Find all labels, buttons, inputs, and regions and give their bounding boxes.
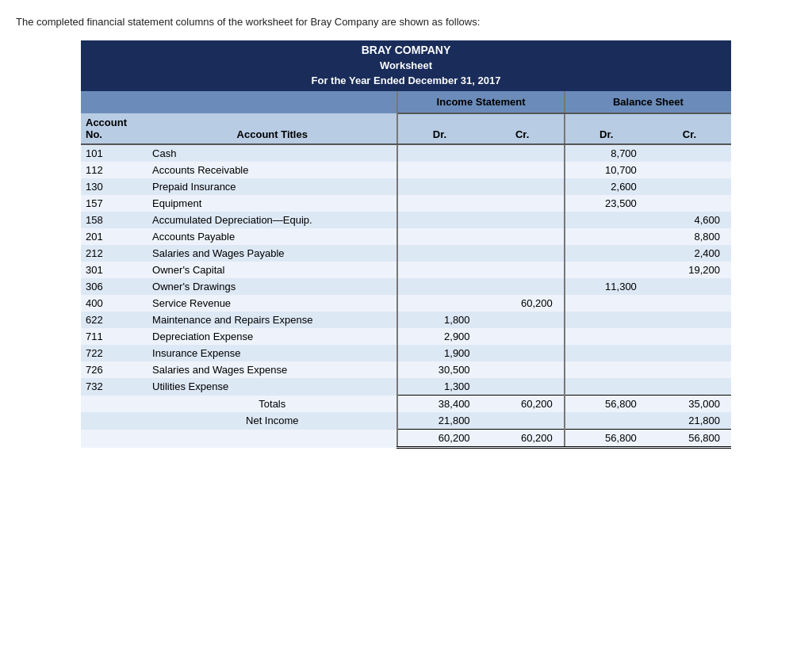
table-row: 301 Owner's Capital 19,200 [81, 262, 731, 278]
is-cr-value [481, 328, 565, 345]
bs-dr-value [565, 228, 648, 245]
ni-bs-dr [565, 412, 648, 430]
is-cr-value [481, 262, 565, 278]
is-cr-header: Cr. [481, 113, 565, 144]
bs-dr-value [565, 245, 648, 262]
is-dr-value [397, 262, 481, 278]
table-row: 112 Accounts Receivable 10,700 [81, 162, 731, 178]
account-no: 301 [81, 262, 147, 278]
account-no: 101 [81, 144, 147, 162]
ni-empty-no [81, 412, 147, 430]
bs-cr-value: 2,400 [648, 245, 731, 262]
ni-bs-cr: 21,800 [648, 412, 731, 430]
is-dr-value [397, 178, 481, 195]
account-title: Owner's Capital [147, 262, 397, 278]
account-titles-header: Account Titles [147, 113, 397, 144]
is-dr-value [397, 278, 481, 295]
table-row: 130 Prepaid Insurance 2,600 [81, 178, 731, 195]
bs-cr-value [648, 278, 731, 295]
is-cr-value [481, 245, 565, 262]
account-title: Service Revenue [147, 295, 397, 312]
is-cr-value [481, 178, 565, 195]
bs-cr-value [648, 178, 731, 195]
account-no: 722 [81, 345, 147, 361]
bs-dr-value [565, 295, 648, 312]
is-cr-value [481, 162, 565, 178]
bs-dr-value [565, 312, 648, 328]
account-no: 201 [81, 228, 147, 245]
bs-dr-value [565, 361, 648, 378]
account-title: Cash [147, 144, 397, 162]
bs-dr-value: 11,300 [565, 278, 648, 295]
bs-dr-value [565, 212, 648, 228]
account-no: 732 [81, 378, 147, 396]
final-row: 60,200 60,200 56,800 56,800 [81, 430, 731, 448]
is-cr-value [481, 278, 565, 295]
table-row: 726 Salaries and Wages Expense 30,500 [81, 361, 731, 378]
table-row: 400 Service Revenue 60,200 [81, 295, 731, 312]
table-row: 711 Depreciation Expense 2,900 [81, 328, 731, 345]
is-cr-value [481, 228, 565, 245]
account-no-header: AccountNo. [81, 113, 147, 144]
account-title: Prepaid Insurance [147, 178, 397, 195]
bs-cr-value [648, 312, 731, 328]
account-title: Salaries and Wages Expense [147, 361, 397, 378]
bs-cr-value [648, 328, 731, 345]
account-no: 400 [81, 295, 147, 312]
table-row: 158 Accumulated Depreciation—Equip. 4,60… [81, 212, 731, 228]
account-no: 726 [81, 361, 147, 378]
totals-row: Totals 38,400 60,200 56,800 35,000 [81, 396, 731, 413]
account-no: 158 [81, 212, 147, 228]
totals-bs-cr: 35,000 [648, 396, 731, 413]
account-no: 157 [81, 195, 147, 212]
is-dr-value: 1,300 [397, 378, 481, 396]
is-dr-value [397, 245, 481, 262]
bs-cr-value: 8,800 [648, 228, 731, 245]
bs-cr-value [648, 361, 731, 378]
bs-dr-value [565, 328, 648, 345]
is-cr-value [481, 345, 565, 361]
bs-cr-value [648, 144, 731, 162]
bs-cr-value [648, 345, 731, 361]
company-name: BRAY COMPANY [81, 40, 731, 58]
bs-dr-value: 8,700 [565, 144, 648, 162]
final-bs-cr: 56,800 [648, 430, 731, 448]
account-no: 622 [81, 312, 147, 328]
bs-cr-value [648, 162, 731, 178]
account-title: Maintenance and Repairs Expense [147, 312, 397, 328]
is-cr-value: 60,200 [481, 295, 565, 312]
table-row: 157 Equipment 23,500 [81, 195, 731, 212]
bs-dr-value [565, 262, 648, 278]
is-cr-value [481, 144, 565, 162]
table-row: 201 Accounts Payable 8,800 [81, 228, 731, 245]
table-wrapper: BRAY COMPANY Worksheet For the Year Ende… [81, 40, 731, 449]
totals-empty-no [81, 396, 147, 413]
account-title: Depreciation Expense [147, 328, 397, 345]
account-title: Insurance Expense [147, 345, 397, 361]
final-is-dr: 60,200 [397, 430, 481, 448]
table-row: 101 Cash 8,700 [81, 144, 731, 162]
income-statement-header: Income Statement [397, 91, 564, 113]
account-title: Accumulated Depreciation—Equip. [147, 212, 397, 228]
company-period: For the Year Ended December 31, 2017 [81, 73, 731, 91]
is-cr-value [481, 361, 565, 378]
final-empty-no [81, 430, 147, 448]
bs-cr-value: 19,200 [648, 262, 731, 278]
table-row: 722 Insurance Expense 1,900 [81, 345, 731, 361]
totals-is-cr: 60,200 [481, 396, 565, 413]
bs-cr-value [648, 195, 731, 212]
bs-dr-value [565, 345, 648, 361]
bs-dr-value: 10,700 [565, 162, 648, 178]
account-title: Utilities Expense [147, 378, 397, 396]
ni-is-dr: 21,800 [397, 412, 481, 430]
bs-cr-header: Cr. [648, 113, 731, 144]
bs-dr-value: 23,500 [565, 195, 648, 212]
final-bs-dr: 56,800 [565, 430, 648, 448]
bs-dr-header: Dr. [565, 113, 648, 144]
final-is-cr: 60,200 [481, 430, 565, 448]
is-dr-value [397, 195, 481, 212]
bs-cr-value [648, 295, 731, 312]
is-dr-value: 1,800 [397, 312, 481, 328]
account-no: 711 [81, 328, 147, 345]
account-no: 130 [81, 178, 147, 195]
